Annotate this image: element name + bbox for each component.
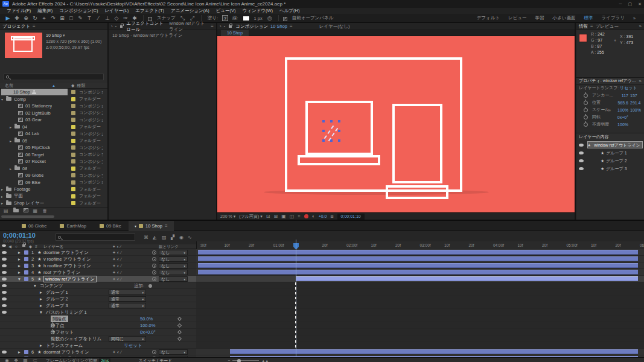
workspace-小さい画面[interactable]: 小さい画面: [553, 15, 576, 21]
label-chip[interactable]: [24, 250, 28, 255]
label-chip[interactable]: [24, 257, 28, 261]
tab-info[interactable]: 情報: [579, 24, 588, 30]
expander-icon[interactable]: ▸: [18, 249, 21, 256]
timeline-row-track[interactable]: [196, 349, 644, 355]
parent-pickwhip-icon[interactable]: [152, 350, 156, 354]
reset-link[interactable]: リセット: [124, 342, 142, 349]
timeline-tab-name[interactable]: EarthMap: [66, 223, 86, 229]
switches-column-icons[interactable]: ✦◐∕: [112, 244, 122, 249]
property-value[interactable]: 100%: [614, 108, 628, 112]
timeline-row-track[interactable]: [196, 256, 644, 262]
comp-name[interactable]: 10 Shop: [46, 33, 62, 37]
timeline-row-left[interactable]: ▾5★window refアウトライン✦◐∕なし▾: [0, 276, 196, 282]
layer-duration-bar[interactable]: [198, 256, 638, 261]
label-chip[interactable]: [71, 118, 75, 122]
roi-icon[interactable]: ⊡: [266, 214, 270, 219]
label-chip[interactable]: [71, 180, 75, 185]
close-icon[interactable]: ✕: [638, 2, 642, 7]
timeline-row-track[interactable]: [196, 276, 644, 282]
horizontal-scrollbar[interactable]: [1, 215, 54, 218]
label-chip[interactable]: [24, 350, 28, 354]
project-item[interactable]: 09 Globeコンポジション: [0, 172, 107, 179]
parent-pickwhip-icon[interactable]: [152, 277, 156, 281]
maximize-icon[interactable]: ▢: [628, 2, 633, 7]
project-item-name[interactable]: 10 Shop: [13, 89, 30, 95]
viewer-subtab-10shop[interactable]: 10 Shop: [221, 30, 249, 36]
timeline-tab-name[interactable]: 10 Shop: [145, 223, 162, 229]
frame-blend-icon[interactable]: ▞: [171, 235, 174, 240]
label-chip[interactable]: [71, 90, 75, 94]
label-chip[interactable]: [71, 187, 75, 191]
project-item-name[interactable]: 07 Rocket: [25, 159, 46, 164]
project-item[interactable]: 02 LightBulbコンポジション: [0, 110, 107, 117]
project-item-name[interactable]: 08: [22, 166, 27, 171]
workspace-ライブラリ[interactable]: ライブラリ: [601, 15, 624, 21]
expand-layers-icon[interactable]: ◉: [5, 358, 9, 362]
stopwatch-icon[interactable]: [584, 108, 588, 112]
panel-menu-icon[interactable]: ≡: [33, 24, 36, 29]
property-name[interactable]: 複数のシェイプをトリム: [51, 335, 101, 342]
project-item-name[interactable]: 02 LightBulb: [25, 110, 51, 116]
overflow-icon[interactable]: »: [639, 78, 642, 84]
project-item[interactable]: 07 Rocketコンポジション: [0, 158, 107, 165]
transform-group-name[interactable]: トランスフォーム: [46, 342, 83, 349]
eye-icon[interactable]: [2, 258, 7, 261]
project-item[interactable]: 03 Gearコンポジション: [0, 116, 107, 124]
draft-3d-icon[interactable]: ◭: [153, 235, 156, 240]
eye-icon[interactable]: [579, 159, 584, 162]
panel-menu-icon[interactable]: ≡: [290, 24, 293, 29]
menu-item[interactable]: ヘルプ(H): [276, 8, 302, 14]
project-item[interactable]: 01 Stationeryコンポジション: [0, 103, 107, 110]
stopwatch-icon[interactable]: [584, 101, 588, 105]
trim-multiple-shapes-select[interactable]: 同時に▾: [109, 336, 146, 341]
expander-icon[interactable]: ▾: [34, 282, 36, 289]
layer-name[interactable]: roof アウトライン: [43, 269, 80, 276]
timeline-row-track[interactable]: [196, 309, 644, 316]
delete-icon[interactable]: 🗑: [42, 208, 47, 214]
panel-menu-icon[interactable]: ≡: [211, 24, 214, 29]
layer-contents-item[interactable]: ★グループ 2: [576, 157, 644, 165]
timeline-row-left[interactable]: ▸グループ 2通常▾: [0, 296, 196, 302]
eye-icon[interactable]: [2, 297, 7, 300]
tab-layer-viewer[interactable]: レイヤー(なし): [319, 24, 350, 30]
zoom-in-icon[interactable]: ▲▲: [261, 359, 269, 362]
zoom-slider-knob[interactable]: [237, 359, 241, 362]
current-timecode[interactable]: 0;00;01;10: [3, 232, 36, 239]
layer-switches[interactable]: ✦◐∕: [112, 276, 123, 282]
menu-item[interactable]: 編集(E): [34, 8, 56, 14]
eye-icon[interactable]: [579, 167, 584, 170]
timeline-row-left[interactable]: ▸2★v roofline アウトライン✦◐∕なし▾: [0, 256, 196, 262]
layer-switches[interactable]: ✦◐∕: [112, 256, 123, 262]
tab-composition[interactable]: コンポジション: [235, 24, 268, 30]
eye-icon[interactable]: [2, 351, 7, 354]
label-chip[interactable]: [71, 173, 75, 177]
timeline-row-track[interactable]: [196, 329, 644, 335]
label-chip[interactable]: [71, 104, 75, 108]
sort-arrow-icon[interactable]: ▲: [52, 84, 56, 87]
project-item-name[interactable]: 04 Lab: [25, 131, 39, 136]
project-item-name[interactable]: 09 Bike: [25, 180, 40, 185]
shape-tool[interactable]: □: [67, 14, 75, 22]
timeline-row-left[interactable]: ▸グループ 1通常▾: [0, 289, 196, 296]
label-chip[interactable]: [71, 139, 75, 143]
layer-switches[interactable]: ✦◐∕: [112, 262, 123, 269]
mask-toggle-icon[interactable]: ▣: [281, 214, 286, 219]
label-chip[interactable]: [71, 125, 75, 129]
parent-link-select[interactable]: なし▾: [159, 270, 188, 275]
panel-divider[interactable]: [575, 23, 576, 220]
project-item[interactable]: 06 Targetコンポジション: [0, 151, 107, 159]
menu-item[interactable]: ファイル(F): [4, 8, 34, 14]
timeline-row-left[interactable]: ▸6★doormat アウトライン✦◐∕なし▾: [0, 349, 196, 355]
clone-stamp-tool[interactable]: ⊥: [103, 14, 112, 22]
toggle-switches-icon[interactable]: ❖: [14, 358, 18, 362]
label-chip[interactable]: [24, 264, 28, 268]
project-item[interactable]: ▸平面フォルダー: [0, 193, 107, 200]
timeline-row-left[interactable]: ▸3★h roofline アウトライン✦◐∕なし▾: [0, 262, 196, 269]
pan-camera-tool[interactable]: ⌖: [40, 14, 48, 22]
stroke-width[interactable]: 1 px: [254, 16, 263, 21]
transparency-grid-icon[interactable]: ◫: [290, 214, 295, 219]
eye-icon[interactable]: [579, 151, 584, 154]
menu-item[interactable]: アニメーション(A): [168, 8, 212, 14]
group-name[interactable]: コンテンツ: [40, 282, 63, 289]
timeline-row-left[interactable]: ▸1★doorline アウトライン✦◐∕なし▾: [0, 249, 196, 256]
